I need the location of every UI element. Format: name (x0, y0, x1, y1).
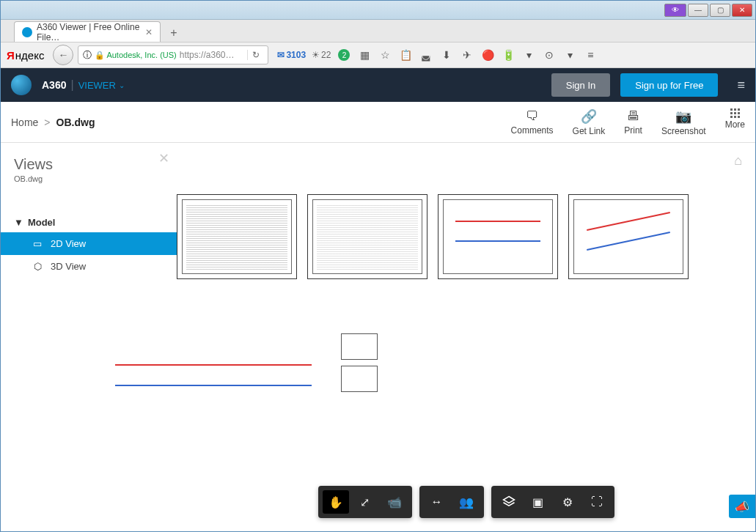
url-text: https://a360… (180, 50, 245, 60)
feedback-button[interactable]: 📣 (729, 495, 755, 518)
sidebar-title: Views (14, 156, 177, 173)
breadcrumb-separator: > (44, 117, 50, 128)
close-sidebar-icon[interactable]: ✕ (158, 150, 169, 166)
sign-up-button[interactable]: Sign up for Free (620, 73, 718, 97)
toolbar-dropdown-icon[interactable]: ▾ (521, 48, 536, 62)
app-toolbar: Home > OB.dwg 🗨 Comments 🔗 Get Link 🖶 Pr… (1, 102, 755, 143)
print-button[interactable]: 🖶 Print (624, 108, 642, 136)
breadcrumb: Home > OB.dwg (11, 117, 95, 128)
close-window-button[interactable]: ✕ (732, 4, 752, 17)
caret-down-icon: ▼ (14, 217, 23, 228)
get-link-button[interactable]: 🔗 Get Link (573, 108, 606, 136)
camera-tool-button[interactable]: 📹 (381, 490, 408, 514)
download-icon[interactable]: ⬇ (439, 48, 454, 62)
tree-item-2d-view[interactable]: ▭ 2D View (1, 232, 177, 255)
extension-icon[interactable]: ▦ (357, 48, 372, 62)
clipboard-icon[interactable]: 📋 (398, 48, 413, 62)
address-bar[interactable]: ⓘ 🔒 Autodesk, Inc. (US) https://a360… ↻ (78, 45, 268, 64)
viewer-canvas[interactable]: ⌂ ✋ ⤢ (177, 143, 755, 531)
notification-badge-icon[interactable]: 2 (337, 48, 351, 62)
sheet-fragment[interactable] (341, 366, 378, 392)
menu-icon[interactable]: ≡ (583, 48, 598, 62)
comments-button[interactable]: 🗨 Comments (511, 108, 554, 136)
apps-grid-icon (730, 108, 740, 118)
ssl-lock-icon[interactable]: 🔒 Autodesk, Inc. (US) (95, 51, 176, 60)
tabstrip: A360 Viewer | Free Online File… ✕ + (1, 20, 755, 42)
search-engine-label[interactable]: Яндекс (7, 49, 44, 62)
play-icon[interactable]: ⊙ (542, 48, 557, 62)
sheet-2d-icon: ▭ (32, 238, 43, 249)
send-icon[interactable]: ✈ (460, 48, 474, 62)
camera-icon: 📷 (675, 108, 691, 125)
mail-icon[interactable]: ✉ 3103 (277, 50, 306, 60)
a360-logo-icon[interactable] (11, 75, 32, 95)
screenshot-button[interactable]: 📷 Screenshot (661, 108, 706, 136)
weather-icon[interactable]: ☀ 22 (312, 50, 331, 60)
battery-icon[interactable]: 🔋 (501, 48, 515, 62)
toolbar-dropdown-icon[interactable]: ▾ (562, 48, 577, 62)
url-toolbar: Яндекс ← ⓘ 🔒 Autodesk, Inc. (US) https:/… (1, 42, 755, 68)
tree-item-3d-view[interactable]: ⬡ 3D View (14, 255, 177, 278)
window-titlebar: 👁 — ▢ ✕ (1, 1, 755, 20)
app-header: A360 | VIEWER ⌄ Sign In Sign up for Free… (1, 68, 755, 102)
app-name: A360 (42, 79, 66, 91)
browser-identity-button[interactable]: 👁 (664, 4, 686, 17)
bookmark-star-icon[interactable]: ☆ (378, 48, 392, 62)
viewer-toolbar: ✋ ⤢ 📹 ↔ 👥 ▣ ⚙ ⛶ (318, 486, 614, 518)
pan-tool-button[interactable]: ✋ (323, 490, 349, 514)
breadcrumb-home[interactable]: Home (11, 117, 38, 128)
tab-title: A360 Viewer | Free Online File… (37, 22, 141, 43)
properties-tool-button[interactable]: ▣ (525, 490, 551, 514)
sheet-thumbnail[interactable] (438, 194, 558, 279)
sidebar-filename: OB.dwg (14, 174, 177, 183)
browser-tab[interactable]: A360 Viewer | Free Online File… ✕ (14, 21, 161, 42)
minimize-button[interactable]: — (688, 4, 708, 17)
fullscreen-tool-button[interactable]: ⛶ (584, 490, 610, 514)
info-icon[interactable]: ⓘ (83, 49, 92, 62)
collab-tool-button[interactable]: 👥 (453, 490, 480, 514)
cube-3d-icon: ⬡ (32, 261, 43, 272)
viewer-mode-dropdown[interactable]: VIEWER ⌄ (78, 80, 125, 91)
layers-tool-button[interactable] (496, 490, 522, 514)
pocket-icon[interactable]: ◛ (419, 48, 433, 62)
sheet-thumbnail[interactable] (568, 194, 689, 279)
new-tab-button[interactable]: + (165, 24, 183, 42)
home-view-icon[interactable]: ⌂ (734, 153, 742, 169)
maximize-button[interactable]: ▢ (710, 4, 730, 17)
chevron-down-icon: ⌄ (119, 81, 125, 89)
print-icon: 🖶 (627, 108, 640, 124)
breadcrumb-current: OB.dwg (56, 117, 95, 128)
fit-tool-button[interactable]: ⤢ (352, 490, 378, 514)
link-icon: 🔗 (581, 108, 597, 125)
nav-back-button[interactable]: ← (53, 45, 73, 65)
comments-icon: 🗨 (526, 108, 539, 124)
sheet-thumbnail[interactable] (177, 194, 297, 279)
sheet-thumbnail[interactable] (96, 333, 331, 436)
reload-button[interactable]: ↻ (247, 50, 263, 60)
close-tab-icon[interactable]: ✕ (145, 27, 153, 37)
more-button[interactable]: More (725, 108, 745, 136)
favicon-icon (22, 27, 32, 37)
color-dots-icon[interactable]: 🔴 (480, 48, 495, 62)
sheet-fragment[interactable] (341, 333, 378, 360)
measure-tool-button[interactable]: ↔ (424, 490, 450, 514)
sheet-thumbnail[interactable] (307, 194, 427, 279)
settings-tool-button[interactable]: ⚙ (554, 490, 581, 514)
app-menu-icon[interactable]: ≡ (737, 78, 745, 93)
tree-group-model[interactable]: ▼ Model (14, 213, 177, 232)
sign-in-button[interactable]: Sign In (551, 73, 610, 97)
